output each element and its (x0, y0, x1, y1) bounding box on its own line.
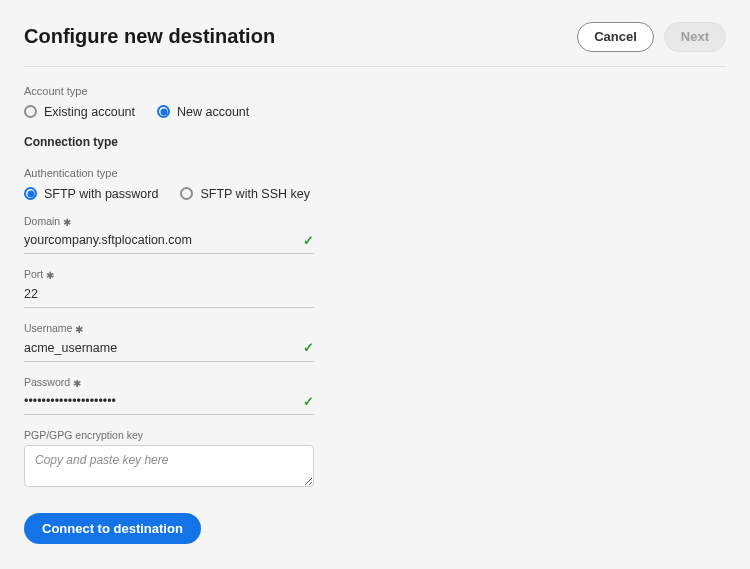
checkmark-icon: ✓ (303, 233, 314, 248)
pgp-textarea[interactable] (24, 445, 314, 487)
account-type-section: Account type Existing account New accoun… (24, 85, 726, 119)
connection-type-heading: Connection type (24, 135, 726, 149)
connect-row: Connect to destination (24, 513, 726, 544)
header-actions: Cancel Next (577, 22, 726, 52)
authentication-type-section: Authentication type SFTP with password S… (24, 167, 726, 201)
username-input[interactable] (24, 339, 297, 357)
checkmark-icon: ✓ (303, 340, 314, 355)
radio-icon (180, 187, 193, 200)
radio-icon (24, 187, 37, 200)
username-field-group: Username ✱ ✓ (24, 322, 314, 362)
password-label: Password ✱ (24, 376, 314, 389)
domain-label: Domain ✱ (24, 215, 314, 228)
username-input-wrap: ✓ (24, 339, 314, 362)
page-title: Configure new destination (24, 25, 275, 48)
radio-label: Existing account (44, 105, 135, 119)
next-button[interactable]: Next (664, 22, 726, 52)
port-field-group: Port ✱ (24, 268, 314, 308)
radio-sftp-password[interactable]: SFTP with password (24, 187, 158, 201)
port-input[interactable] (24, 285, 314, 303)
radio-icon (157, 105, 170, 118)
domain-label-text: Domain (24, 215, 60, 227)
account-type-label: Account type (24, 85, 726, 97)
required-star-icon: ✱ (63, 216, 71, 227)
required-star-icon: ✱ (75, 324, 83, 335)
connect-to-destination-button[interactable]: Connect to destination (24, 513, 201, 544)
port-label-text: Port (24, 268, 43, 280)
port-label: Port ✱ (24, 268, 314, 281)
radio-label: New account (177, 105, 249, 119)
radio-existing-account[interactable]: Existing account (24, 105, 135, 119)
pgp-field-group: PGP/GPG encryption key (24, 429, 314, 491)
pgp-label: PGP/GPG encryption key (24, 429, 314, 441)
port-input-wrap (24, 285, 314, 308)
authentication-type-radio-group: SFTP with password SFTP with SSH key (24, 187, 726, 201)
required-star-icon: ✱ (73, 377, 81, 388)
radio-label: SFTP with SSH key (200, 187, 310, 201)
page-header: Configure new destination Cancel Next (24, 22, 726, 67)
authentication-type-label: Authentication type (24, 167, 726, 179)
password-label-text: Password (24, 376, 70, 388)
radio-sftp-ssh-key[interactable]: SFTP with SSH key (180, 187, 310, 201)
domain-field-group: Domain ✱ ✓ (24, 215, 314, 255)
username-label-text: Username (24, 322, 72, 334)
required-star-icon: ✱ (46, 270, 54, 281)
checkmark-icon: ✓ (303, 394, 314, 409)
password-field-group: Password ✱ ✓ (24, 376, 314, 416)
password-input-wrap: ✓ (24, 392, 314, 415)
account-type-radio-group: Existing account New account (24, 105, 726, 119)
radio-icon (24, 105, 37, 118)
cancel-button[interactable]: Cancel (577, 22, 654, 52)
radio-label: SFTP with password (44, 187, 158, 201)
domain-input[interactable] (24, 231, 297, 249)
radio-new-account[interactable]: New account (157, 105, 249, 119)
password-input[interactable] (24, 392, 297, 410)
domain-input-wrap: ✓ (24, 231, 314, 254)
username-label: Username ✱ (24, 322, 314, 335)
